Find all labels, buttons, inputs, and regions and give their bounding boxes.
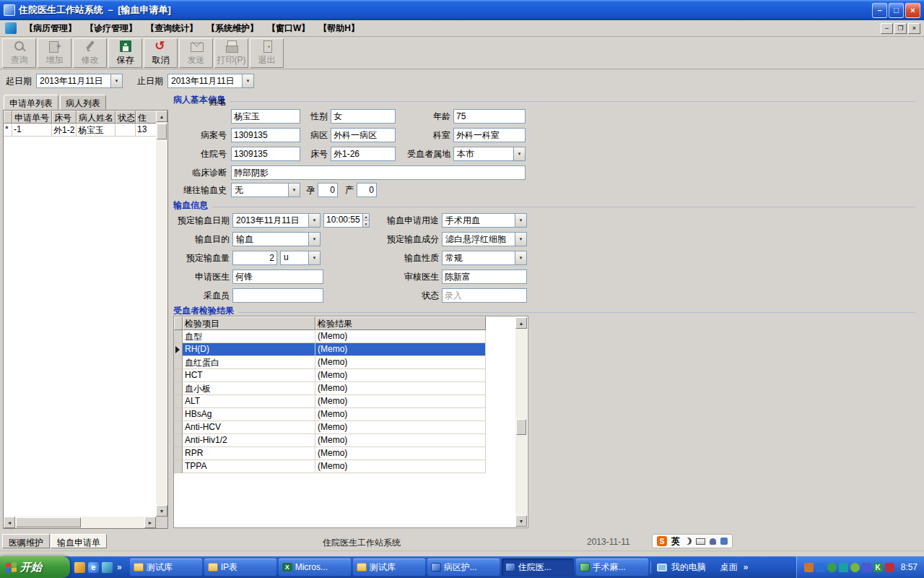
chevron-down-icon[interactable]: ▼ <box>515 251 526 264</box>
chevron-down-icon[interactable]: ▼ <box>515 214 526 227</box>
moon-icon[interactable] <box>684 538 692 545</box>
table-row[interactable]: HBsAg (Memo) <box>174 408 528 421</box>
horizontal-scrollbar[interactable]: ◄ ► <box>4 517 156 528</box>
chevron-down-icon[interactable]: ▼ <box>242 74 253 87</box>
taskbar-task[interactable]: Micros... <box>279 558 351 576</box>
gender-field[interactable] <box>331 109 396 124</box>
table-row[interactable]: Anti-Hiv1/2 (Memo) <box>174 434 528 447</box>
scroll-down-icon[interactable]: ▼ <box>515 515 527 527</box>
header-cell[interactable]: 申请单号 <box>12 111 52 124</box>
scrollbar-thumb[interactable] <box>516 419 526 435</box>
menu-item[interactable]: 【帮助H】 <box>314 21 364 36</box>
chevron-down-icon[interactable]: ▼ <box>515 233 526 246</box>
my-computer-item[interactable]: 我的电脑 <box>671 561 706 574</box>
table-row[interactable]: 血型 (Memo) <box>174 330 528 343</box>
taskbar-task[interactable]: 手术麻... <box>576 558 648 576</box>
chevron-down-icon[interactable]: ▼ <box>513 147 525 160</box>
table-row[interactable]: RH(D) (Memo) <box>174 343 528 356</box>
toolbar-button[interactable]: 打印(P) <box>214 38 248 68</box>
tab-transfusion-form[interactable]: 输血申请单 <box>51 534 107 548</box>
tray-icon[interactable] <box>816 563 825 572</box>
close-button[interactable]: × <box>905 3 920 18</box>
chevron-down-icon[interactable]: ▼ <box>308 214 320 227</box>
diagnosis-field[interactable] <box>231 165 526 180</box>
ime-language-toggle[interactable]: 英 <box>671 535 680 548</box>
tray-icon[interactable] <box>804 563 814 572</box>
table-row[interactable]: HCT (Memo) <box>174 369 528 382</box>
recipient-area-combo[interactable]: 本市 ▼ <box>453 147 526 161</box>
table-row[interactable]: Anti-HCV (Memo) <box>174 421 528 434</box>
wrench-icon[interactable] <box>720 538 728 545</box>
tray-icon[interactable] <box>827 563 837 572</box>
table-row[interactable]: RPR (Memo) <box>174 447 528 460</box>
toolbar-button[interactable]: 保存 <box>108 38 142 68</box>
amount-field[interactable] <box>232 251 277 265</box>
user-icon[interactable] <box>710 538 716 545</box>
transfusion-date-combo[interactable]: 2013年11月11日 ▼ <box>232 213 321 228</box>
scrollbar-thumb[interactable] <box>157 124 167 139</box>
header-cell[interactable]: 病人姓名 <box>77 111 116 124</box>
header-cell[interactable]: 状态 <box>116 111 136 124</box>
scroll-left-icon[interactable]: ◄ <box>4 517 15 528</box>
scroll-right-icon[interactable]: ► <box>144 517 156 528</box>
mdi-minimize-button[interactable]: – <box>881 23 893 34</box>
tray-icon[interactable] <box>885 563 894 572</box>
chevron-more-icon[interactable]: » <box>116 562 123 572</box>
component-combo[interactable]: 滤白悬浮红细胞 ▼ <box>442 232 527 246</box>
transfusion-time-spinner[interactable]: 10:00:55 ▲ ▼ <box>323 213 370 228</box>
start-button[interactable]: 开始 <box>0 556 70 578</box>
toolbar-button[interactable]: 修改 <box>73 38 107 68</box>
header-cell[interactable]: 床号 <box>52 111 77 124</box>
vertical-scrollbar[interactable]: ▲ ▼ <box>515 317 527 527</box>
scroll-up-icon[interactable]: ▲ <box>156 111 167 122</box>
chevron-down-icon[interactable]: ▼ <box>308 251 320 264</box>
taskbar-task[interactable]: 测试库 <box>130 558 202 576</box>
taskbar-task[interactable]: 病区护... <box>427 558 500 576</box>
maximize-button[interactable]: □ <box>889 3 904 18</box>
ie-icon[interactable]: e <box>88 562 99 573</box>
ime-toolbar[interactable]: S 英 <box>652 534 733 548</box>
desktop-item[interactable]: 桌面 <box>720 561 738 574</box>
chevron-more-icon[interactable]: » <box>742 562 750 572</box>
spin-down-icon[interactable]: ▼ <box>363 221 369 228</box>
tray-icon[interactable] <box>839 563 848 572</box>
menu-item[interactable]: 【诊疗管理】 <box>81 21 141 36</box>
ward-field[interactable] <box>331 128 396 142</box>
goal-combo[interactable]: 输血 ▼ <box>232 232 321 246</box>
header-cell-test-item[interactable]: 检验项目 <box>183 316 315 330</box>
chevron-down-icon[interactable]: ▼ <box>308 233 320 246</box>
end-date-combo[interactable]: 2013年11月11日 ▼ <box>167 74 254 88</box>
transfusion-history-combo[interactable]: 无 ▼ <box>231 183 300 197</box>
sogou-logo-icon[interactable]: S <box>657 536 667 546</box>
toolbar-button[interactable]: 发送 <box>179 38 213 68</box>
menu-item[interactable]: 【系统维护】 <box>202 21 263 36</box>
vertical-scrollbar[interactable]: ▲ ▼ <box>156 111 167 517</box>
collector-field[interactable] <box>232 288 323 303</box>
chevron-down-icon[interactable]: ▼ <box>110 74 122 87</box>
taskbar-task[interactable]: 住院医... <box>502 558 574 576</box>
apply-doctor-field[interactable] <box>232 269 323 284</box>
pregnancy-field[interactable] <box>318 183 338 197</box>
age-field[interactable] <box>453 109 526 124</box>
birth-field[interactable] <box>357 183 377 197</box>
toolbar-button[interactable]: 取消 <box>144 38 178 68</box>
mdi-restore-button[interactable]: ❐ <box>894 23 907 34</box>
tray-icon[interactable] <box>850 563 860 572</box>
minimize-button[interactable]: – <box>872 3 887 18</box>
menu-item[interactable]: 【病历管理】 <box>20 21 81 36</box>
chevron-down-icon[interactable]: ▼ <box>288 184 300 197</box>
nature-combo[interactable]: 常规 ▼ <box>442 251 527 265</box>
tab-patient-list[interactable]: 病人列表 <box>60 95 106 110</box>
table-row[interactable]: 血红蛋白 (Memo) <box>174 356 528 369</box>
tab-application-list[interactable]: 申请单列表 <box>4 95 58 110</box>
table-row[interactable]: 血小板 (Memo) <box>174 382 528 395</box>
mdi-close-button[interactable]: × <box>908 23 920 34</box>
quick-launch-icon[interactable] <box>74 562 85 573</box>
table-row[interactable]: ALT (Memo) <box>174 395 528 408</box>
review-doctor-field[interactable] <box>442 269 527 284</box>
table-row[interactable]: * -1 外1-2 杨宝玉 13 <box>4 124 167 137</box>
header-cell-test-result[interactable]: 检验结果 <box>315 316 486 330</box>
scroll-down-icon[interactable]: ▼ <box>156 505 167 517</box>
table-row[interactable]: TPPA (Memo) <box>174 460 528 473</box>
toolbar-button[interactable]: 查询 <box>2 38 36 68</box>
